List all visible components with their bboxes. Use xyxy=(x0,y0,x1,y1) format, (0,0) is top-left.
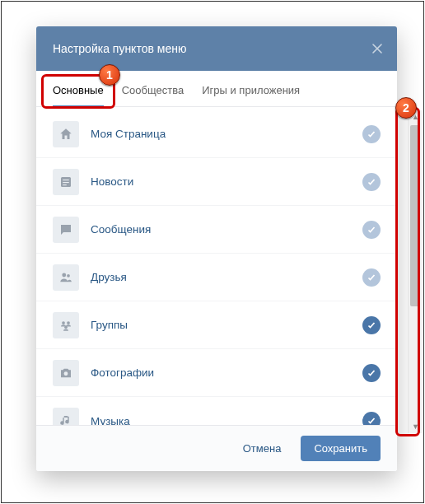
modal-header: Настройка пунктов меню xyxy=(36,26,397,71)
photos-icon xyxy=(53,360,79,386)
window-frame: Настройка пунктов меню Основные Сообщест… xyxy=(1,1,424,503)
item-label: Друзья xyxy=(91,271,362,283)
svg-point-7 xyxy=(67,321,70,324)
tab-apps-label: Игры и приложения xyxy=(202,84,300,96)
item-label: Новости xyxy=(91,175,362,188)
svg-point-6 xyxy=(62,321,65,324)
list-item: Группы xyxy=(36,301,397,349)
svg-point-4 xyxy=(62,273,66,277)
friends-icon xyxy=(53,264,79,291)
svg-point-5 xyxy=(67,273,70,277)
tab-main-label: Основные xyxy=(53,84,104,96)
svg-rect-1 xyxy=(63,180,69,180)
modal-footer: Отмена Сохранить xyxy=(36,425,397,471)
svg-rect-2 xyxy=(63,182,69,183)
toggle-check[interactable] xyxy=(362,316,381,334)
save-button[interactable]: Сохранить xyxy=(301,436,381,461)
list-item: Сообщения xyxy=(36,206,397,254)
list-item: Друзья xyxy=(36,254,397,301)
scroll-down-icon[interactable]: ▼ xyxy=(409,420,423,433)
toggle-check[interactable] xyxy=(362,221,381,239)
message-icon xyxy=(53,217,79,243)
tab-communities-label: Сообщества xyxy=(122,84,184,96)
news-icon xyxy=(53,169,79,195)
toggle-check[interactable] xyxy=(362,173,381,191)
menu-settings-modal: Настройка пунктов меню Основные Сообщест… xyxy=(36,26,397,471)
close-icon[interactable] xyxy=(371,42,384,55)
toggle-check[interactable] xyxy=(362,412,381,425)
toggle-check[interactable] xyxy=(362,268,381,287)
item-label: Группы xyxy=(91,319,362,331)
item-label: Моя Страница xyxy=(91,128,362,140)
list-item: Фотографии xyxy=(36,349,397,397)
scrollbar[interactable]: ▲ ▼ xyxy=(408,110,422,433)
groups-icon xyxy=(53,312,79,338)
svg-point-9 xyxy=(64,371,68,376)
list-item: Моя Страница xyxy=(36,110,397,158)
tab-main[interactable]: Основные xyxy=(53,84,104,106)
toggle-check[interactable] xyxy=(362,364,381,382)
tab-communities[interactable]: Сообщества xyxy=(122,84,184,106)
home-icon xyxy=(53,121,79,147)
scroll-thumb[interactable] xyxy=(410,125,420,306)
item-label: Фотографии xyxy=(91,366,362,379)
list-item: Музыка xyxy=(36,397,397,425)
item-label: Музыка xyxy=(91,415,362,426)
list-item: Новости xyxy=(36,158,397,206)
svg-rect-3 xyxy=(63,184,67,185)
menu-list[interactable]: Моя Страница Новости Сообщения xyxy=(36,107,397,425)
item-label: Сообщения xyxy=(91,223,362,236)
tab-apps[interactable]: Игры и приложения xyxy=(202,84,300,106)
toggle-check[interactable] xyxy=(362,125,381,143)
tab-bar: Основные Сообщества Игры и приложения xyxy=(36,71,397,107)
cancel-button[interactable]: Отмена xyxy=(233,436,292,461)
scroll-up-icon[interactable]: ▲ xyxy=(409,110,423,124)
music-icon xyxy=(53,408,79,425)
modal-title: Настройка пунктов меню xyxy=(53,42,186,55)
